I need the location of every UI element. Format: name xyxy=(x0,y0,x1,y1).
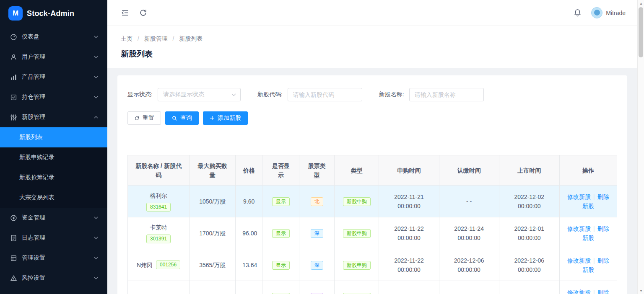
scrollbar-thumb[interactable] xyxy=(639,7,643,57)
sidebar-item-risk-settings[interactable]: 风控设置 xyxy=(0,268,107,288)
apply-time-cell: 2022-11-23 xyxy=(386,292,432,294)
sidebar-item-product-management[interactable]: 产品管理 xyxy=(0,67,107,87)
submenu-item-label: 新股抢筹记录 xyxy=(19,174,55,181)
sidebar-item-position-management[interactable]: 持仓管理 xyxy=(0,87,107,107)
edit-stock-link[interactable]: 修改新股 xyxy=(567,193,591,200)
sidebar: M Stock-Admin 仪表盘 用户管理 产品管理 持仓管理 新股管 xyxy=(0,0,107,294)
sidebar-item-admin-settings[interactable]: 管理设置 xyxy=(0,248,107,268)
action-divider: | xyxy=(593,257,595,264)
submenu-item-label: 新股列表 xyxy=(19,134,43,141)
edit-stock-link[interactable]: 修改新股 xyxy=(567,289,591,294)
breadcrumb: 主页 / 新股管理 / 新股列表 xyxy=(121,35,624,43)
list-time-cell: 2022-12-0100:00:00 xyxy=(506,224,553,242)
search-button-label: 查询 xyxy=(180,114,192,122)
sidebar-item-block-trade-list[interactable]: 大宗交易列表 xyxy=(0,188,107,208)
edit-stock-link[interactable]: 修改新股 xyxy=(567,225,591,232)
action-divider: | xyxy=(593,193,595,200)
reset-button[interactable]: 重置 xyxy=(127,111,161,125)
col-header-stock-type: 股票类型 xyxy=(299,155,335,186)
breadcrumb-home[interactable]: 主页 xyxy=(121,35,132,42)
pay-time-cell: 2022-12-0600:00:00 xyxy=(446,256,492,274)
status-select[interactable]: 请选择显示状态 xyxy=(158,88,241,101)
col-header-visible: 是否显示 xyxy=(262,155,299,186)
price-cell: 9.60 xyxy=(236,186,262,217)
app-logo-icon: M xyxy=(8,6,23,21)
chevron-down-icon xyxy=(94,36,98,38)
apply-time-cell: 2022-11-2200:00:00 xyxy=(386,224,432,242)
status-filter-label: 显示状态: xyxy=(127,91,153,98)
stock-code-input[interactable] xyxy=(288,88,362,101)
sidebar-item-grab-records[interactable]: 新股抢筹记录 xyxy=(0,168,107,188)
stock-type-tag: 深 xyxy=(311,261,323,270)
list-time-cell: 2022-12-0600:00:00 xyxy=(506,256,553,274)
chevron-down-icon xyxy=(94,257,98,259)
bar-chart-icon xyxy=(10,74,17,81)
reset-icon xyxy=(134,116,140,121)
col-header-apply-time: 申购时间 xyxy=(379,155,439,186)
sidebar-item-label: 日志管理 xyxy=(22,234,45,242)
add-new-stock-button[interactable]: 添加新股 xyxy=(203,111,248,125)
collapse-sidebar-icon[interactable] xyxy=(121,8,130,17)
status-select-placeholder: 请选择显示状态 xyxy=(163,91,204,98)
scroll-up-arrow[interactable]: ▲ xyxy=(638,0,644,7)
stock-name-input[interactable] xyxy=(409,88,484,101)
page-head: 主页 / 新股管理 / 新股列表 新股列表 xyxy=(107,26,637,68)
sliders-icon xyxy=(10,114,17,121)
refresh-icon[interactable] xyxy=(139,8,148,17)
users-icon xyxy=(10,54,17,61)
stock-code-tag: 831641 xyxy=(146,203,171,211)
user-avatar[interactable] xyxy=(591,7,602,18)
sidebar-item-label: 仪表盘 xyxy=(22,33,39,41)
plus-icon xyxy=(210,116,215,121)
search-button[interactable]: 查询 xyxy=(165,111,199,125)
search-icon xyxy=(172,116,177,121)
sidebar-item-user-management[interactable]: 用户管理 xyxy=(0,47,107,67)
apply-time-cell: 2022-11-2100:00:00 xyxy=(386,192,432,211)
col-header-pay-time: 认缴时间 xyxy=(439,155,499,186)
chevron-down-icon xyxy=(94,56,98,58)
money-icon xyxy=(10,214,17,222)
col-header-type: 类型 xyxy=(335,155,379,186)
table-row: N炜冈 001256 3565/万股 13.64 显示 深 新股申购 2022-… xyxy=(128,249,617,281)
sidebar-item-subscription-records[interactable]: 新股申购记录 xyxy=(0,147,107,168)
sidebar-item-label: 管理设置 xyxy=(22,254,45,262)
pay-time-cell: 2022-11-2400:00:00 xyxy=(446,224,492,242)
max-buy-cell: 3565/万股 xyxy=(190,249,236,281)
content-card: 显示状态: 请选择显示状态 新股代码: 新股名称: 重置 xyxy=(117,75,627,294)
action-divider: | xyxy=(593,289,595,294)
stock-code-tag: 301391 xyxy=(146,235,171,243)
max-buy-cell: 1914/万股 xyxy=(190,281,236,294)
filter-group-name: 新股名称: xyxy=(379,88,484,101)
price-cell: 78.89 xyxy=(236,281,262,294)
sidebar-item-new-stock-list[interactable]: 新股列表 xyxy=(0,127,107,147)
max-buy-cell: 1700/万股 xyxy=(190,217,236,249)
sidebar-item-new-stock-management[interactable]: 新股管理 xyxy=(0,107,107,127)
max-buy-cell: 1050/万股 xyxy=(190,186,236,217)
submenu-item-label: 大宗交易列表 xyxy=(19,194,55,201)
chevron-up-icon xyxy=(94,116,98,119)
filter-bar: 显示状态: 请选择显示状态 新股代码: 新股名称: xyxy=(127,88,617,101)
col-header-actions: 操作 xyxy=(559,155,617,186)
chevron-down-icon xyxy=(94,277,98,279)
col-header-price: 价格 xyxy=(236,155,262,186)
breadcrumb-new-stock-management[interactable]: 新股管理 xyxy=(144,35,168,42)
sidebar-item-fund-management[interactable]: 资金管理 xyxy=(0,208,107,228)
warning-triangle-icon xyxy=(10,275,17,282)
sidebar-item-label: 持仓管理 xyxy=(22,93,45,101)
chevron-down-icon xyxy=(231,93,236,96)
scroll-down-arrow[interactable]: ▼ xyxy=(638,287,644,294)
sidebar-item-log-management[interactable]: 日志管理 xyxy=(0,228,107,248)
document-icon xyxy=(10,235,17,242)
stock-name: N炜冈 xyxy=(137,260,153,270)
col-header-list-time: 上市时间 xyxy=(499,155,559,186)
sidebar-item-label: 新股管理 xyxy=(22,113,45,121)
sidebar-item-dashboard[interactable]: 仪表盘 xyxy=(0,27,107,47)
edit-stock-link[interactable]: 修改新股 xyxy=(567,257,591,264)
vertical-scrollbar[interactable]: ▲ ▼ xyxy=(637,0,644,294)
sidebar-item-label: 用户管理 xyxy=(22,53,45,61)
app-logo-text: Stock-Admin xyxy=(27,9,74,18)
stock-name: 卡莱特 xyxy=(150,223,167,232)
app-logo: M Stock-Admin xyxy=(0,0,107,27)
breadcrumb-separator: / xyxy=(138,35,139,42)
notification-bell-icon[interactable] xyxy=(573,8,582,17)
